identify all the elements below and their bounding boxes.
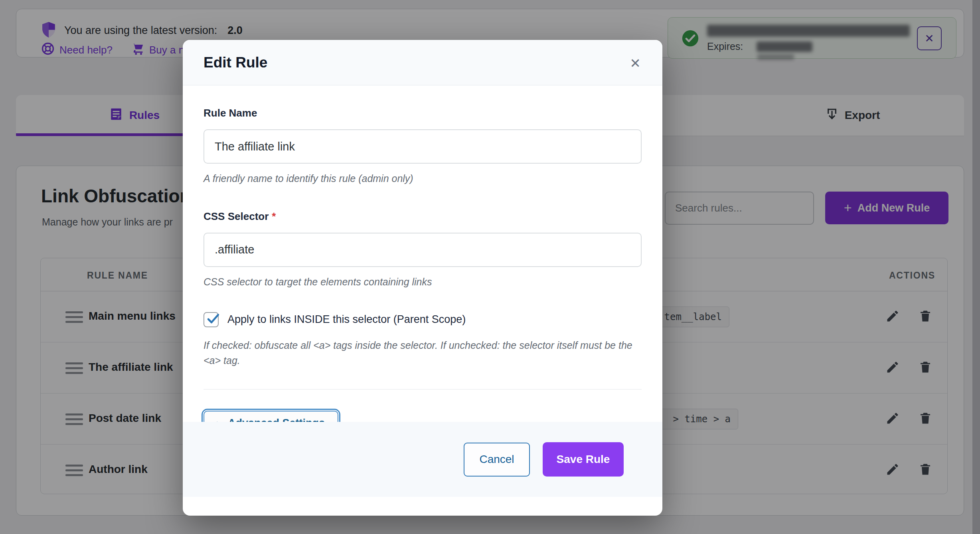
rule-name-label: Rule Name	[204, 107, 642, 119]
modal-footer: Cancel Save Rule	[183, 422, 662, 497]
css-selector-helper: CSS selector to target the elements cont…	[204, 274, 642, 290]
rule-name-helper: A friendly name to identify this rule (a…	[204, 171, 642, 186]
css-selector-input[interactable]	[204, 233, 642, 267]
modal-header: Edit Rule ✕	[183, 40, 662, 85]
edit-rule-modal: Edit Rule ✕ Rule Name A friendly name to…	[183, 40, 662, 516]
modal-close-button[interactable]: ✕	[626, 53, 645, 73]
modal-body: Rule Name A friendly name to identify th…	[183, 107, 662, 436]
plugin-admin-page: You are using the latest version: 2.0 Ne…	[0, 0, 980, 534]
required-asterisk: *	[272, 210, 276, 222]
css-selector-label-text: CSS Selector	[204, 210, 269, 222]
cancel-button[interactable]: Cancel	[464, 443, 530, 477]
css-selector-label: CSS Selector*	[204, 210, 642, 223]
parent-scope-row: Apply to links INSIDE this selector (Par…	[204, 312, 642, 327]
parent-scope-checkbox[interactable]	[204, 312, 219, 327]
parent-scope-label[interactable]: Apply to links INSIDE this selector (Par…	[227, 313, 466, 326]
modal-title: Edit Rule	[204, 54, 267, 71]
parent-scope-helper: If checked: obfuscate all <a> tags insid…	[204, 338, 642, 369]
section-divider	[204, 389, 642, 390]
close-icon: ✕	[630, 56, 641, 71]
save-rule-button[interactable]: Save Rule	[543, 442, 624, 477]
rule-name-input[interactable]	[204, 129, 642, 164]
